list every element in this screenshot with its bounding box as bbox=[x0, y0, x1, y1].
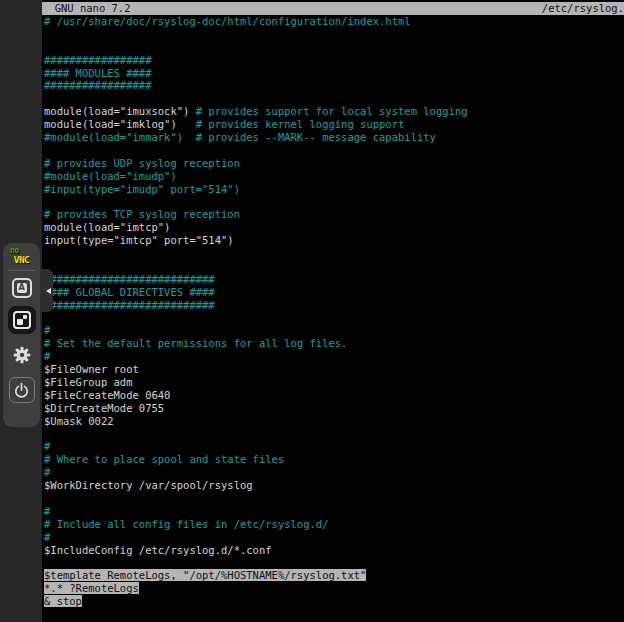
code-line: module(load="imtcp") bbox=[44, 221, 624, 234]
settings-button[interactable] bbox=[8, 341, 36, 369]
vnc-control-panel: no VNC A bbox=[3, 243, 40, 427]
novnc-logo: no VNC bbox=[3, 247, 40, 264]
code-line bbox=[44, 92, 624, 105]
code-line: $FileGroup adm bbox=[44, 376, 624, 389]
code-line: $FileOwner root bbox=[44, 363, 624, 376]
fullscreen-icon-square-large bbox=[17, 319, 23, 325]
code-line: ################# bbox=[44, 79, 624, 92]
code-line: # bbox=[44, 466, 624, 479]
code-line bbox=[44, 41, 624, 54]
code-line: ########################### bbox=[44, 273, 624, 286]
code-line: $FileCreateMode 0640 bbox=[44, 389, 624, 402]
code-line bbox=[44, 260, 624, 273]
selected-code-line: $template RemoteLogs, "/opt/%HOSTNAME%/r… bbox=[44, 569, 624, 582]
keyboard-a-icon: A bbox=[12, 278, 32, 298]
panel-collapse-handle[interactable] bbox=[39, 269, 53, 312]
code-line bbox=[44, 428, 624, 441]
code-line: #### MODULES #### bbox=[44, 67, 624, 80]
code-line: # bbox=[44, 440, 624, 453]
power-icon bbox=[12, 381, 31, 400]
code-line: # provides UDP syslog reception bbox=[44, 157, 624, 170]
code-line bbox=[44, 492, 624, 505]
gear-icon bbox=[12, 345, 32, 365]
code-line: $IncludeConfig /etc/rsyslog.d/*.conf bbox=[44, 544, 624, 557]
code-line: $DirCreateMode 0755 bbox=[44, 402, 624, 415]
code-line: #input(type="imudp" port="514") bbox=[44, 183, 624, 196]
code-line: $Umask 0022 bbox=[44, 415, 624, 428]
code-line: module(load="imklog") # provides kernel … bbox=[44, 118, 624, 131]
code-line: #module(load="immark") # provides --MARK… bbox=[44, 131, 624, 144]
code-line: #module(load="imudp") bbox=[44, 170, 624, 183]
code-line: # bbox=[44, 324, 624, 337]
code-line: ################# bbox=[44, 54, 624, 67]
code-line bbox=[44, 311, 624, 324]
code-line: input(type="imtcp" port="514") bbox=[44, 234, 624, 247]
fullscreen-icon bbox=[13, 311, 31, 329]
code-line bbox=[44, 195, 624, 208]
code-line bbox=[44, 28, 624, 41]
selected-code-line: *.* ?RemoteLogs bbox=[44, 582, 624, 595]
nano-file-path: /etc/rsyslog. bbox=[542, 2, 624, 15]
code-line bbox=[44, 247, 624, 260]
code-line bbox=[44, 556, 624, 569]
code-line bbox=[44, 144, 624, 157]
panel-divider bbox=[8, 270, 35, 271]
code-line: # Include all config files in /etc/rsysl… bbox=[44, 518, 624, 531]
code-line: ########################### bbox=[44, 299, 624, 312]
code-line: # Set the default permissions for all lo… bbox=[44, 337, 624, 350]
desktop: GNU nano 7.2 /etc/rsyslog. # /usr/share/… bbox=[0, 0, 624, 622]
selected-code-line: & stop bbox=[44, 595, 624, 608]
code-line: module(load="imuxsock") # provides suppo… bbox=[44, 105, 624, 118]
fullscreen-button[interactable] bbox=[8, 306, 36, 334]
code-line: # provides TCP syslog reception bbox=[44, 208, 624, 221]
code-line: # bbox=[44, 531, 624, 544]
power-button[interactable] bbox=[9, 377, 35, 403]
code-line: # /usr/share/doc/rsyslog-doc/html/config… bbox=[44, 15, 624, 28]
code-line: # bbox=[44, 350, 624, 363]
code-line: $WorkDirectory /var/spool/rsyslog bbox=[44, 479, 624, 492]
code-line: # bbox=[44, 505, 624, 518]
fullscreen-icon-square-small bbox=[23, 315, 27, 319]
nano-app-title: GNU nano 7.2 bbox=[42, 2, 131, 15]
code-line: #### GLOBAL DIRECTIVES #### bbox=[44, 286, 624, 299]
keyboard-key-label: A bbox=[17, 283, 27, 293]
collapse-left-icon bbox=[46, 288, 51, 294]
terminal-window[interactable]: GNU nano 7.2 /etc/rsyslog. # /usr/share/… bbox=[42, 0, 624, 622]
keyboard-button[interactable]: A bbox=[8, 274, 36, 302]
terminal-content[interactable]: # /usr/share/doc/rsyslog-doc/html/config… bbox=[44, 15, 624, 608]
novnc-logo-vnc: VNC bbox=[3, 255, 40, 264]
nano-titlebar: GNU nano 7.2 /etc/rsyslog. bbox=[42, 2, 624, 15]
code-line: # Where to place spool and state files bbox=[44, 453, 624, 466]
